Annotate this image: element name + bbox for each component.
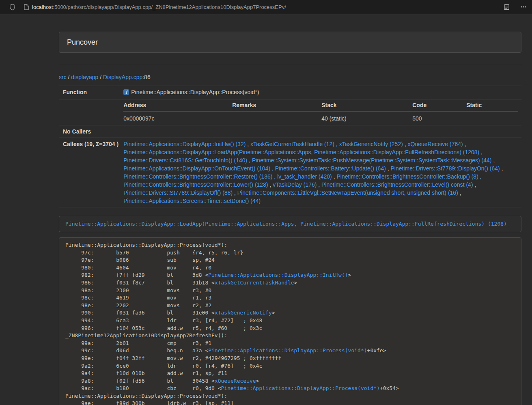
function-type-icon: f	[123, 89, 129, 97]
symbol-link[interactable]: xQueueReceive	[215, 378, 256, 384]
callee-link[interactable]: Pinetime::Applications::Screens::Timer::…	[123, 198, 261, 204]
reader-view-icon[interactable]	[504, 4, 510, 10]
menu-ellipsis-icon[interactable]	[520, 4, 527, 10]
callee-link[interactable]: Pinetime::Drivers::Cst816S::GetTouchInfo…	[123, 157, 247, 164]
callees-row: Callees (19, Σ=3704 ) Pinetime::Applicat…	[59, 138, 521, 207]
callee-link[interactable]: Pinetime::Controllers::BrightnessControl…	[123, 181, 268, 188]
metrics-value-row: 0x0000097c 40 (static) 500	[123, 111, 518, 125]
symbol-link[interactable]: Pinetime::Applications::DisplayApp::Proc…	[208, 347, 367, 353]
callee-link[interactable]: Pinetime::Components::LittleVgl::SetNewT…	[237, 190, 458, 196]
callee-link[interactable]: xTaskGetCurrentTaskHandle (12)	[250, 141, 334, 147]
symbol-link[interactable]: xTaskGenericNotify	[215, 310, 272, 316]
symbol-link[interactable]: Pinetime::Applications::DisplayApp::Proc…	[221, 385, 380, 391]
symbol-link[interactable]: xTaskGetCurrentTaskHandle	[215, 280, 294, 286]
callee-link[interactable]: Pinetime::Drivers::St7789::DisplayOn() (…	[391, 165, 500, 172]
address-value: 0x0000097c	[123, 111, 232, 125]
callee-link[interactable]: lv_task_handler (420)	[277, 173, 332, 180]
callee-link[interactable]: Pinetime::Controllers::Battery::Update()…	[275, 165, 386, 172]
breadcrumb-line-suffix: :86	[142, 74, 150, 80]
breadcrumb: src / displayapp / DisplayApp.cpp:86	[59, 73, 521, 81]
callee-link[interactable]: Pinetime::Drivers::St7789::DisplayOff() …	[123, 190, 233, 196]
code-value: 500	[412, 111, 466, 125]
callee-link[interactable]: Pinetime::Applications::DisplayApp::Init…	[123, 141, 246, 147]
security-shield-icon[interactable]	[9, 4, 16, 11]
callers-row: No Callers	[59, 125, 521, 138]
column-header-address: Address	[123, 99, 232, 111]
callees-label: Callees (19, Σ=3704 )	[59, 138, 120, 207]
callee-link[interactable]: Pinetime::Applications::DisplayApp::OnTo…	[123, 165, 270, 172]
function-name-cell: f Pinetime::Applications::DisplayApp::Pr…	[120, 86, 521, 99]
selected-callee-box[interactable]: Pinetime::Applications::DisplayApp::Load…	[59, 216, 521, 232]
function-row: Function f Pinetime::Applications::Displ…	[59, 86, 521, 99]
metrics-table: Address Remarks Stack Code Static 0x0000…	[123, 99, 518, 125]
function-label: Function	[59, 86, 120, 99]
url-path: :5000/path/src/displayapp/DisplayApp.cpp…	[53, 4, 286, 10]
breadcrumb-link[interactable]: DisplayApp.cpp	[103, 74, 142, 80]
symbol-table: Function f Pinetime::Applications::Displ…	[59, 86, 521, 207]
callee-link[interactable]: xTaskGenericNotify (252)	[339, 141, 403, 147]
app-header: Puncover	[59, 32, 521, 53]
static-value	[466, 111, 518, 125]
symbol-link[interactable]: Pinetime::Applications::DisplayApp::Init…	[208, 272, 348, 278]
browser-chrome: localhost:5000/path/src/displayapp/Displ…	[0, 0, 532, 14]
divider	[59, 64, 521, 64]
callee-link[interactable]: xQueueReceive (764)	[408, 141, 463, 147]
metrics-row: Address Remarks Stack Code Static 0x0000…	[59, 99, 521, 125]
breadcrumb-separator: /	[98, 74, 103, 80]
column-header-code: Code	[412, 99, 466, 111]
callee-link[interactable]: Pinetime::Controllers::BrightnessControl…	[321, 181, 473, 188]
no-callers-label: No Callers	[59, 125, 120, 138]
function-name: Pinetime::Applications::DisplayApp::Proc…	[131, 89, 259, 95]
breadcrumb-link[interactable]: src	[59, 74, 67, 80]
url-host: localhost	[32, 4, 53, 10]
callees-list: Pinetime::Applications::DisplayApp::Init…	[120, 138, 521, 207]
callee-link[interactable]: Pinetime::Controllers::BrightnessControl…	[336, 173, 478, 180]
metrics-header-row: Address Remarks Stack Code Static	[123, 99, 518, 111]
column-header-static: Static	[466, 99, 518, 111]
column-header-remarks: Remarks	[232, 99, 321, 111]
url-bar[interactable]: localhost:5000/path/src/displayapp/Displ…	[16, 4, 286, 10]
page-content: Puncover src / displayapp / DisplayApp.c…	[59, 32, 521, 405]
app-title[interactable]: Puncover	[59, 38, 98, 47]
stack-value: 40 (static)	[321, 111, 412, 125]
breadcrumb-link[interactable]: displayapp	[71, 74, 98, 80]
remarks-value	[232, 111, 321, 125]
url-text: localhost:5000/path/src/displayapp/Displ…	[32, 4, 286, 10]
breadcrumb-separator: /	[67, 74, 71, 80]
disassembly: Pinetime::Applications::DisplayApp::Proc…	[59, 237, 521, 405]
column-header-stack: Stack	[321, 99, 412, 111]
callee-link[interactable]: vTaskDelay (176)	[273, 181, 317, 188]
page-icon	[24, 4, 29, 10]
callee-link[interactable]: Pinetime::Controllers::BrightnessControl…	[123, 173, 272, 180]
callee-link[interactable]: Pinetime::System::SystemTask::PushMessag…	[252, 157, 492, 164]
callee-link[interactable]: Pinetime::Applications::DisplayApp::Load…	[123, 149, 479, 155]
